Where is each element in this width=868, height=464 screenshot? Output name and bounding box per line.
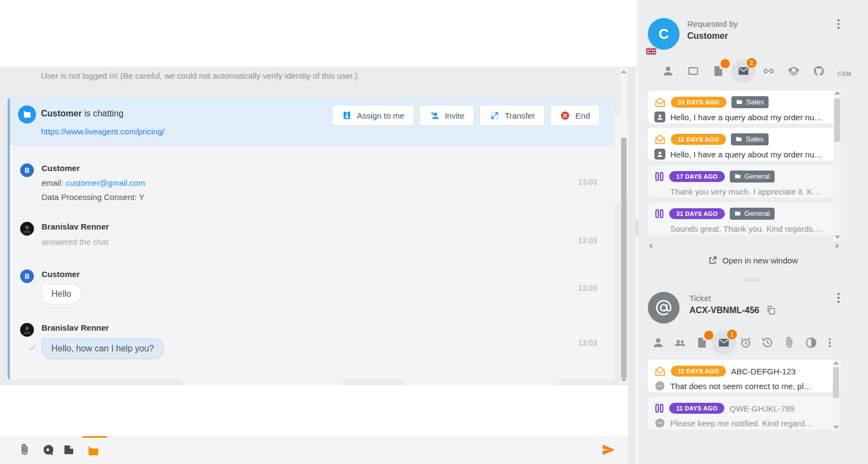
message-author: Customer [42,269,80,279]
ticket-preview: Sounds great. Thank you. Kind regards,… [670,224,823,233]
message-group: B Customer Hello 13:03 [10,269,615,313]
link-icon[interactable] [762,64,775,78]
history-icon[interactable] [761,336,774,349]
ticket-sidebar: C Requested by Customer 2 CRM [638,0,868,464]
chat-bubble-orange-icon[interactable] [86,443,101,457]
scrollbar-thumb[interactable] [621,138,627,378]
mailchimp-icon[interactable] [787,64,800,78]
open-envelope-icon [654,97,666,108]
chat-bubble-icon [18,105,36,124]
assign-icon [342,110,352,120]
people-icon[interactable] [674,336,687,349]
age-badge: 11 DAYS AGO [671,134,726,145]
note-icon[interactable] [62,443,76,457]
end-chat-button[interactable]: End [550,105,600,126]
person-icon[interactable] [652,336,665,349]
chat-session-panel: Customer is chatting https://www.liveage… [8,98,615,380]
uk-flag-icon [646,46,657,54]
chat-bubble-dots-icon [654,418,665,428]
external-link-icon [708,256,717,265]
ticket-menu-kebab-icon[interactable] [834,292,843,304]
ticket-preview: Thank you very much. I appreciate it. K… [670,187,820,196]
pause-icon [654,403,664,414]
resize-grip [636,220,636,236]
person-badge-icon [654,149,665,160]
message-author: Branislav Renner [42,323,109,332]
message-time: 13:03 [578,284,597,292]
chat-title: Customer is chatting [41,109,123,119]
age-badge: 11 DAYS AGO [669,403,724,414]
mail-badge-count: 2 [747,58,757,68]
mail-icon[interactable]: 2 [737,64,750,78]
chat-messages: B Customer email: customer@gmail.com Dat… [10,146,615,380]
transfer-button[interactable]: Transfer [480,105,545,126]
chat-customer-name: Customer [41,109,82,118]
ticket-list-scrollbar[interactable] [832,360,840,431]
chat-session-header: Customer is chatting https://www.liveage… [10,98,615,146]
invite-button[interactable]: Invite [420,105,474,126]
reply-toolbar [0,436,628,464]
ticket-message-preview: That does not seem correct to me, pl… [670,381,812,391]
paperclip-icon[interactable] [18,443,32,457]
mail-icon[interactable]: 1 [717,336,730,349]
copy-icon[interactable] [766,305,776,315]
contrast-icon[interactable] [805,336,818,349]
ticket-preview: Hello, I have a query about my order nu… [670,113,822,122]
scroll-up-arrow[interactable] [621,70,627,73]
message-time: 13:03 [578,178,597,186]
scrollbar-thumb[interactable] [833,367,839,398]
message-time: 13:03 [578,338,597,347]
file-badge-dot [721,59,730,68]
transfer-label: Transfer [505,111,535,120]
chat-scrollbar[interactable] [621,68,627,384]
ticket-tabs: 1 [652,336,833,349]
github-icon[interactable] [812,64,825,78]
open-in-new-window-button[interactable]: Open in new window [638,256,868,265]
ticket-message-card[interactable]: 11 DAYS AGO ABC-DEFGH-123 That does not … [648,360,840,392]
chat-bubble-dots-icon [654,380,665,391]
chat-bubble-dot-icon[interactable] [42,443,56,457]
pause-icon [654,171,664,182]
scrollbar-thumb[interactable] [834,98,840,142]
department-badge: Sales [731,133,769,145]
ticket-preview: Hello, I have a query about my order nu… [670,150,822,159]
send-icon[interactable] [601,442,616,457]
chat-page-url-link[interactable]: https://www.liveagent.com/pricing/ [41,127,164,136]
message-author: Branislav Renner [42,222,109,231]
ticket-card[interactable]: 17 DAYS AGO General Thank you very much.… [648,165,840,198]
end-icon [560,110,570,121]
person-badge-icon [654,111,665,122]
file-icon[interactable] [712,64,725,78]
customer-email-link[interactable]: customer@gmail.com [66,178,145,187]
card-icon[interactable] [687,64,700,78]
assign-to-me-button[interactable]: Assign to me [332,105,414,126]
customer-avatar: B [20,269,34,283]
chat-status-text: is chatting [84,109,123,118]
age-badge: 31 DAYS AGO [671,97,727,108]
alarm-icon[interactable] [739,336,752,349]
ticket-card[interactable]: 31 DAYS AGO General Sounds great. Thank … [648,202,840,235]
ticket-card[interactable]: 11 DAYS AGO Sales Hello, I have a query … [648,128,840,161]
contact-menu-kebab-icon[interactable] [834,18,843,30]
recent-list-scrollbar[interactable] [834,90,841,240]
system-meta: answered the chat [42,237,109,246]
related-ticket-code: QWE-GHJKL-789 [729,404,794,413]
ticket-card[interactable]: 31 DAYS AGO Sales Hello, I have a query … [648,91,840,124]
ticket-message-card[interactable]: 11 DAYS AGO QWE-GHJKL-789 Please keep me… [648,397,840,430]
consent-line: Data Processing Consent: Y [42,192,144,202]
message-group: Branislav Renner answered the chat 13:03 [10,222,615,255]
crm-icon[interactable]: CRM [837,64,851,78]
department-badge: General [730,208,775,220]
file-icon[interactable] [695,336,708,349]
at-sign-icon [654,298,673,317]
reply-input-area[interactable] [0,385,628,436]
end-label: End [575,111,590,120]
paperclip-icon[interactable] [783,336,796,349]
recent-list-hscrollbar[interactable] [648,243,840,249]
section-resize-handle[interactable] [743,279,763,282]
chat-scroll-area: User is not logged in! (Be careful, we c… [0,67,628,385]
scroll-down-arrow[interactable] [621,379,627,382]
person-icon[interactable] [662,64,675,78]
customer-avatar-large: C [648,18,680,50]
kebab-icon[interactable] [826,336,833,349]
